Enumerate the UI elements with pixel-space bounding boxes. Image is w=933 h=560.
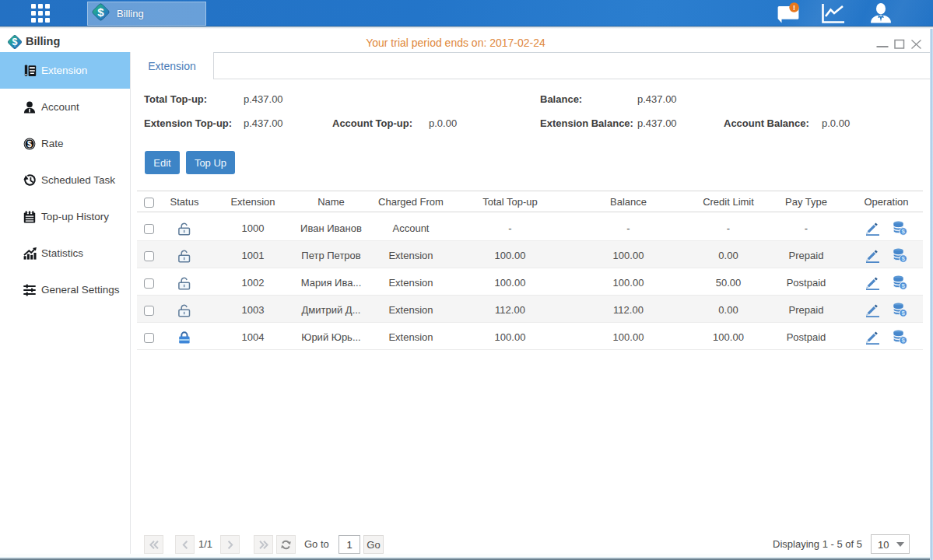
topup-row-icon[interactable]: $ [893,221,907,238]
edit-button[interactable]: Edit [145,151,180,174]
refresh-button[interactable] [276,535,296,554]
svg-text:$: $ [97,5,104,19]
select-all-checkbox[interactable] [144,198,154,208]
window-body: Extension Account $ [0,52,933,554]
cell-total-topup: 100.00 [458,275,563,289]
col-credit-limit[interactable]: Credit Limit [694,196,763,208]
status-lock-icon [177,222,191,236]
go-button[interactable]: Go [363,535,384,554]
statistics-chart-icon[interactable] [821,3,846,27]
cell-balance: 100.00 [563,275,694,289]
status-lock-icon [177,249,191,263]
sidebar-item-label: Scheduled Task [41,174,115,186]
minimize-button[interactable] [875,37,889,52]
svg-text:$: $ [901,255,905,262]
topup-row-icon[interactable]: $ [893,330,907,347]
topup-row-icon[interactable]: $ [893,303,907,320]
sidebar-item-label: General Settings [41,284,120,296]
cell-operation: $ [850,216,923,238]
cell-status [161,326,208,347]
sidebar-item-general-settings[interactable]: General Settings [0,271,130,308]
col-status[interactable]: Status [161,196,208,208]
window-titlebar: $ Billing Your trial period ends on: 201… [0,29,933,52]
grid-dot [45,18,50,23]
edit-row-icon[interactable] [865,303,880,320]
col-name[interactable]: Name [298,196,364,208]
row-checkbox[interactable] [144,224,154,234]
table-row[interactable]: 1001 Петр Петров Extension 100.00 100.00… [137,241,923,268]
cell-name: Иван Иванов [298,221,364,234]
cell-balance: 100.00 [563,330,694,343]
svg-text:$: $ [901,337,905,344]
cell-credit-limit: - [694,221,763,234]
sidebar-item-account[interactable]: Account [0,89,130,125]
row-checkbox[interactable] [144,306,154,316]
col-charged-from[interactable]: Charged From [364,196,458,208]
page-size-select[interactable]: 10 [871,534,910,554]
page-indicator: 1/1 [198,538,212,550]
maximize-button[interactable] [892,37,907,52]
extension-content: Total Top-up: p.437.00 Balance: p.437.00… [131,79,933,530]
dropdown-arrow-icon [896,542,904,547]
cell-select [137,329,161,342]
table-row[interactable]: 1003 Дмитрий Д... Extension 112.00 112.0… [137,296,923,323]
col-balance[interactable]: Balance [563,196,694,208]
row-checkbox[interactable] [144,278,154,289]
cell-charged-from: Account [364,221,458,234]
last-page-button[interactable] [254,535,273,554]
row-checkbox[interactable] [144,333,154,343]
statistics-bars-icon [22,247,37,261]
table-row[interactable]: 1002 Мария Ива... Extension 100.00 100.0… [137,268,923,296]
trial-notice: Your trial period ends on: 2017-02-24 [0,37,911,49]
topup-row-icon[interactable]: $ [893,275,907,292]
extension-balance-label: Extension Balance: [540,117,633,129]
notification-badge: ! [789,2,799,16]
table-row[interactable]: 1000 Иван Иванов Account - - - - [137,214,923,241]
grid-dot [45,11,50,16]
col-operation[interactable]: Operation [850,196,923,208]
goto-label: Go to [304,538,329,550]
cell-extension: 1001 [208,248,298,261]
table-header-row: Status Extension Name Charged From Total… [137,191,923,212]
billing-window: $ Billing Your trial period ends on: 201… [0,29,933,560]
table-row[interactable]: 1004 Юрий Юрь... Extension 100.00 100.00… [137,323,923,350]
edit-row-icon[interactable] [865,248,880,265]
sidebar-item-label: Account [41,101,79,113]
cell-pay-type: Prepaid [763,248,850,261]
paging-toolbar: 1/1 Go to Go Disp [131,530,933,554]
tab-extension[interactable]: Extension [131,52,214,79]
sidebar-item-statistics[interactable]: Statistics [0,235,130,271]
first-page-button[interactable] [144,535,163,554]
user-account-icon[interactable] [869,2,893,27]
svg-text:$: $ [901,228,905,235]
sidebar-item-rate[interactable]: $ Rate [0,125,130,162]
sidebar-item-extension[interactable]: Extension [0,52,130,89]
cell-name: Петр Петров [298,248,364,261]
account-balance-value: p.0.00 [822,117,850,129]
col-extension[interactable]: Extension [208,196,298,208]
sidebar-item-topup-history[interactable]: Top-up History [0,198,130,235]
taskbar-item-billing[interactable]: $ Billing [87,2,206,26]
cell-extension: 1004 [208,330,298,343]
displaying-summary: Displaying 1 - 5 of 5 [773,538,862,550]
edit-row-icon[interactable] [865,275,880,292]
close-button[interactable] [909,37,924,52]
col-pay-type[interactable]: Pay Type [763,196,850,208]
prev-page-button[interactable] [175,535,195,554]
app-menu-icon[interactable] [31,4,51,23]
taskbar-item-label: Billing [117,8,144,19]
col-total-topup[interactable]: Total Top-up [458,196,563,208]
topup-button[interactable]: Top Up [186,151,235,174]
rate-coin-icon: $ [22,137,37,151]
topup-row-icon[interactable]: $ [893,248,907,265]
sidebar-item-scheduled-task[interactable]: Scheduled Task [0,162,130,198]
cell-extension: 1002 [208,275,298,289]
next-page-button[interactable] [220,535,240,554]
status-lock-icon [177,331,191,345]
goto-page-input[interactable] [338,535,360,554]
cell-total-topup: 100.00 [458,248,563,261]
cell-select [137,220,161,233]
edit-row-icon[interactable] [865,221,880,238]
row-checkbox[interactable] [144,251,154,261]
edit-row-icon[interactable] [865,330,880,347]
